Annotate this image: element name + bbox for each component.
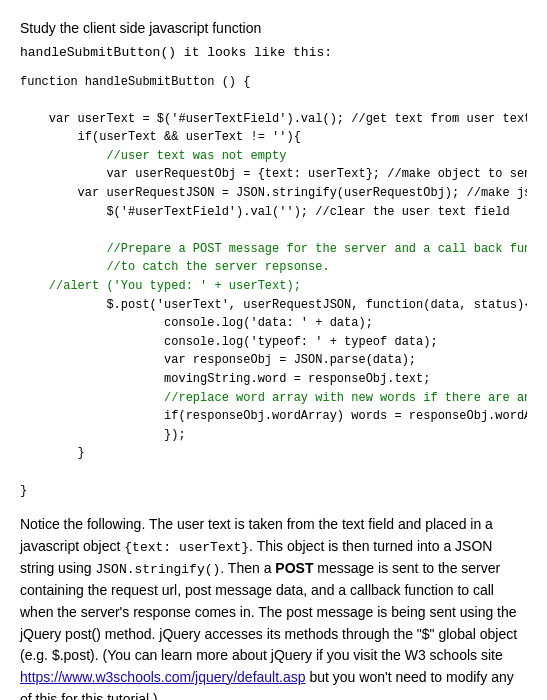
- code-line: });: [20, 428, 186, 442]
- code-line: var userText = $('#userTextField').val()…: [20, 112, 527, 126]
- heading: Study the client side javascript functio…: [20, 18, 527, 39]
- inline-code: JSON.stringify(): [95, 562, 220, 577]
- code-line: function handleSubmitButton () {: [20, 75, 250, 89]
- code-line: console.log('typeof: ' + typeof data);: [20, 335, 438, 349]
- code-line: if(userText && userText != ''){: [20, 130, 301, 144]
- code-line: if(responseObj.wordArray) words = respon…: [20, 409, 527, 423]
- code-line: movingString.word = responseObj.text;: [20, 372, 430, 386]
- code-line: console.log('data: ' + data);: [20, 316, 373, 330]
- code-line: $('#userTextField').val(''); //clear the…: [20, 205, 510, 219]
- inline-code: {text: userText}: [124, 540, 249, 555]
- bold-text: POST: [275, 560, 313, 576]
- prose-paragraph: Notice the following. The user text is t…: [20, 514, 527, 700]
- code-line: var responseObj = JSON.parse(data);: [20, 353, 416, 367]
- code-line: //Prepare a POST message for the server …: [20, 242, 527, 256]
- code-line: //alert ('You typed: ' + userText);: [20, 279, 301, 293]
- code-line: //replace word array with new words if t…: [20, 391, 527, 405]
- code-line: //to catch the server repsonse.: [20, 260, 330, 274]
- code-line: var userRequestObj = {text: userText}; /…: [20, 167, 527, 181]
- code-line: }: [20, 446, 85, 460]
- code-line: //user text was not empty: [20, 149, 286, 163]
- code-block: function handleSubmitButton () { var use…: [20, 73, 527, 501]
- code-line: }: [20, 484, 27, 498]
- subheading: handleSubmitButton() it looks like this:: [20, 43, 527, 63]
- code-line: $.post('userText', userRequestJSON, func…: [20, 298, 527, 312]
- w3schools-link[interactable]: https://www.w3schools.com/jquery/default…: [20, 669, 306, 685]
- code-line: var userRequestJSON = JSON.stringify(use…: [20, 186, 527, 200]
